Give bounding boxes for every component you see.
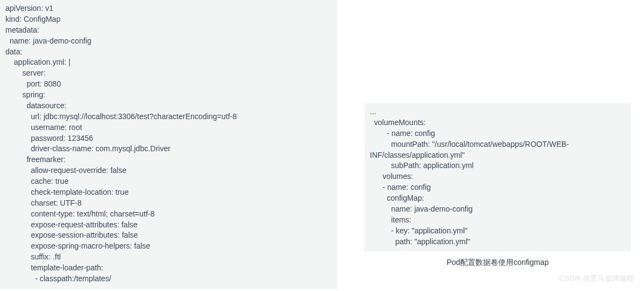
- watermark-text: CSDN @黑马金牌编程: [559, 274, 634, 283]
- right-column: ... volumeMounts: - name: config mountPa…: [364, 0, 631, 291]
- left-column: apiVersion: v1 kind: ConfigMap metadata:…: [0, 0, 337, 291]
- configmap-yaml-block: apiVersion: v1 kind: ConfigMap metadata:…: [0, 0, 337, 289]
- right-caption: Pod配置数据卷使用configmap: [364, 258, 631, 268]
- pod-volume-yaml-block: ... volumeMounts: - name: config mountPa…: [364, 103, 631, 251]
- document-container: apiVersion: v1 kind: ConfigMap metadata:…: [0, 0, 644, 291]
